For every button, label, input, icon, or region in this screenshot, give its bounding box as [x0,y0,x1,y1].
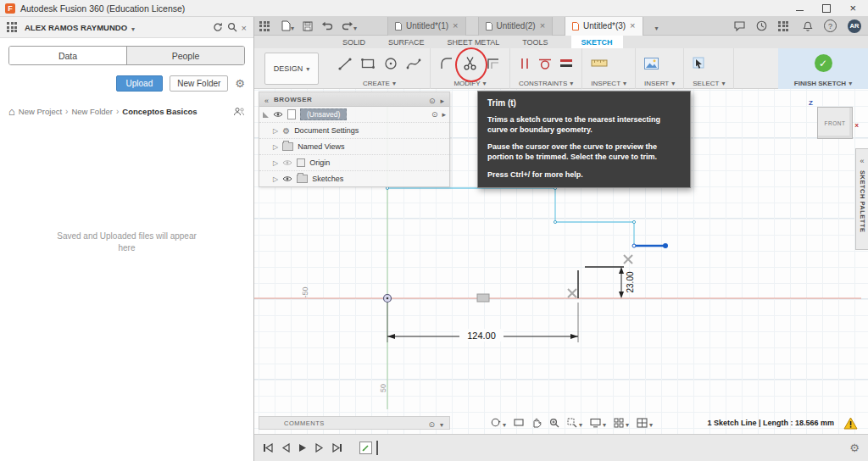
maximize-button[interactable] [822,4,831,13]
browser-item-origin[interactable]: Origin [259,155,449,171]
look-at-tool[interactable] [514,418,524,427]
notification-bell-icon[interactable] [803,20,813,31]
close-panel-icon[interactable] [242,19,247,35]
expand-caret-icon[interactable] [273,142,278,151]
tab-data[interactable]: Data [9,47,127,64]
save-icon[interactable] [303,21,313,31]
collapse-browser-icon[interactable] [264,92,269,107]
row-expand-icon[interactable] [442,110,446,119]
warning-icon[interactable] [843,417,858,430]
skip-to-start-button[interactable] [263,443,273,453]
tangent-constraint-tool[interactable] [538,57,552,70]
zoom-window-tool[interactable] [567,415,582,430]
workspace-selector[interactable]: DESIGN [264,53,319,85]
insert-chevron-icon[interactable] [671,80,675,87]
modeling-canvas[interactable]: 23.00 124.00 -50 50 [254,89,868,434]
close-tab-icon[interactable] [453,21,458,31]
fillet-tool[interactable] [439,56,454,71]
refresh-icon[interactable] [213,22,223,32]
home-icon[interactable] [8,105,15,118]
selected-sketch-line[interactable] [632,243,668,248]
step-forward-button[interactable] [315,443,324,453]
rectangle-tool[interactable] [360,56,376,71]
browser-item-sketches[interactable]: Sketches [259,171,449,186]
dimension-23[interactable]: 23.00 [619,267,635,298]
close-tab-icon[interactable] [540,21,545,31]
select-cursor-tool[interactable] [693,57,704,70]
modify-chevron-icon[interactable] [483,80,487,87]
dimension-124[interactable]: 124.00 [387,303,578,342]
spline-tool[interactable] [406,56,421,71]
viewcube[interactable]: Z FRONT x [804,99,856,147]
doc-tab-1[interactable]: Untitled*(1) [387,17,465,36]
row-options-icon[interactable] [431,110,438,119]
offset-tool[interactable] [486,56,501,71]
browser-item-document-settings[interactable]: Document Settings [259,123,449,139]
expand-caret-icon[interactable] [273,158,278,167]
display-settings-tool[interactable] [590,415,606,430]
browser-options-icon[interactable] [429,92,436,107]
timeline-sketch-feature[interactable] [359,442,372,454]
circle-tool[interactable] [383,56,398,71]
viewports-tool[interactable] [637,415,653,430]
tab-sketch-active[interactable]: SKETCH [571,36,623,48]
pan-hand-tool[interactable] [531,417,542,428]
account-name[interactable]: ALEX RAMOS RAYMUNDO [25,23,127,32]
tab-list-chevron-icon[interactable] [655,19,659,34]
history-clock-icon[interactable] [756,20,767,31]
timeline-settings-gear-icon[interactable] [849,442,860,454]
visibility-eye-icon[interactable] [282,175,292,182]
zoom-tool[interactable] [549,418,559,428]
redo-icon[interactable] [342,19,357,34]
user-avatar[interactable]: AR [848,19,861,33]
skip-to-end-button[interactable] [332,443,342,453]
vertical-constraint-tool[interactable] [519,57,531,70]
browser-item-named-views[interactable]: Named Views [259,139,449,155]
comments-options-icon[interactable] [428,415,435,430]
minimize-button[interactable] [796,5,804,11]
new-document-icon[interactable] [281,19,294,34]
sketch-palette-tab[interactable]: SKETCH PALETTE [855,148,868,250]
tab-surface[interactable]: SURFACE [388,36,425,48]
line-tool[interactable] [337,56,353,71]
app-grid-icon[interactable] [7,22,17,32]
breadcrumb-current[interactable]: Conceptos Basicos [122,107,197,116]
expand-caret-icon[interactable] [273,175,278,183]
tab-sheet-metal[interactable]: SHEET METAL [448,36,500,48]
breadcrumb-project[interactable]: New Project [19,107,62,116]
viewcube-front-face[interactable]: FRONT [817,107,853,139]
upload-button[interactable]: Upload [116,75,164,92]
people-share-icon[interactable] [233,107,245,116]
close-window-button[interactable]: × [849,3,856,14]
browser-header[interactable]: BROWSER [259,92,449,107]
browser-root-row[interactable]: (Unsaved) [259,107,449,123]
comments-chevron-icon[interactable] [440,415,443,430]
dimension-grip[interactable] [477,294,489,302]
grid-snap-tool[interactable] [614,415,629,430]
constraints-chevron-icon[interactable] [570,80,573,87]
file-grid-icon[interactable] [259,21,270,31]
step-back-button[interactable] [281,443,290,453]
search-icon[interactable] [227,22,237,32]
panel-settings-gear-icon[interactable] [235,77,245,90]
origin-point[interactable] [384,295,392,303]
extensions-grid-icon[interactable] [778,21,788,31]
visibility-eye-icon[interactable] [273,111,283,118]
tab-solid[interactable]: SOLID [342,36,365,48]
doc-tab-3-active[interactable]: Untitled*(3) [565,17,643,36]
close-tab-icon[interactable] [630,21,635,31]
new-folder-button[interactable]: New Folder [170,75,228,92]
sketch-geometry[interactable] [386,186,635,246]
account-chevron-down-icon[interactable] [131,19,135,35]
select-chevron-icon[interactable] [721,80,725,87]
trim-tool[interactable] [462,55,478,71]
measure-tool[interactable] [591,58,608,69]
tab-tools[interactable]: TOOLS [522,36,548,48]
expand-caret-icon[interactable] [273,126,278,135]
timeline-position-marker[interactable] [376,441,378,455]
comments-bar[interactable]: COMMENTS [259,416,450,430]
unsaved-document-label[interactable]: (Unsaved) [300,108,347,120]
constrained-geometry[interactable] [578,267,624,298]
equal-constraint-tool[interactable] [559,58,573,69]
doc-tab-2[interactable]: Untitled(2) [478,17,554,36]
